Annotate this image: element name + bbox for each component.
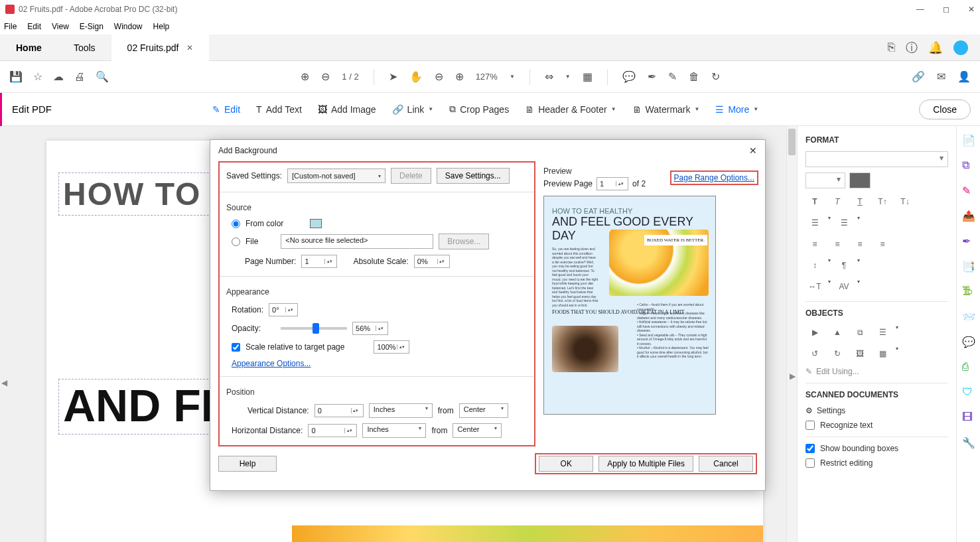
page-current[interactable]: 1 bbox=[342, 72, 346, 82]
superscript-icon[interactable]: T↑ bbox=[873, 194, 892, 210]
prev-page-arrow[interactable]: ◀ bbox=[1, 378, 7, 387]
close-tab-icon[interactable]: ✕ bbox=[186, 43, 193, 52]
video-icon[interactable]: 🎞 bbox=[962, 411, 975, 425]
zoom-out-icon[interactable]: ⊖ bbox=[435, 70, 443, 83]
delete-button[interactable]: Delete bbox=[391, 168, 431, 184]
opacity-slider[interactable] bbox=[281, 327, 347, 330]
close-window-button[interactable]: ✕ bbox=[968, 5, 975, 14]
save-icon[interactable]: 💾 bbox=[9, 70, 23, 83]
comment-icon[interactable]: 💬 bbox=[622, 70, 636, 83]
flip-v-icon[interactable]: ▲ bbox=[828, 324, 847, 340]
italic-icon[interactable]: T bbox=[828, 194, 847, 210]
arrange-icon[interactable]: ☰ bbox=[873, 324, 892, 340]
char-spacing-icon[interactable]: AV bbox=[835, 279, 853, 295]
scale-relative-checkbox[interactable] bbox=[232, 343, 240, 352]
maximize-button[interactable]: ◻ bbox=[943, 5, 949, 14]
underline-icon[interactable]: T bbox=[851, 194, 869, 210]
print-icon[interactable]: 🖨 bbox=[74, 71, 85, 83]
hand-icon[interactable]: ✋ bbox=[409, 70, 423, 83]
paragraph-spacing-icon[interactable]: ¶ bbox=[835, 257, 853, 273]
pointer-icon[interactable]: ➤ bbox=[389, 70, 397, 83]
rotation-field[interactable]: 0°▴▾ bbox=[269, 303, 298, 316]
vertical-distance-field[interactable]: 0▴▾ bbox=[315, 404, 364, 417]
vertical-scrollbar[interactable]: ▴ bbox=[786, 126, 797, 542]
rotate-cw-icon[interactable]: ↻ bbox=[828, 346, 847, 362]
appearance-options-link[interactable]: Appearance Options... bbox=[232, 359, 311, 368]
absolute-scale-field[interactable]: 0%▴▾ bbox=[414, 255, 450, 268]
ok-button[interactable]: OK bbox=[539, 456, 593, 472]
menu-view[interactable]: View bbox=[52, 22, 69, 31]
save-settings-button[interactable]: Save Settings... bbox=[437, 168, 510, 184]
align-justify-icon[interactable]: ≡ bbox=[873, 236, 892, 252]
vfrom-select[interactable]: Center▾ bbox=[459, 403, 508, 418]
edit-pdf-icon[interactable]: ✎ bbox=[962, 184, 975, 198]
fit-width-icon[interactable]: ⇔ bbox=[545, 70, 553, 83]
tab-home[interactable]: Home bbox=[0, 34, 58, 61]
rotate-ccw-icon[interactable]: ↺ bbox=[805, 346, 824, 362]
from-color-radio[interactable] bbox=[232, 220, 240, 228]
avatar[interactable] bbox=[953, 40, 968, 55]
add-text-tool[interactable]: T Add Text bbox=[256, 104, 302, 115]
vunit-select[interactable]: Inches▾ bbox=[369, 403, 433, 418]
export-icon[interactable]: 📤 bbox=[962, 210, 975, 223]
search-icon[interactable]: 🔍 bbox=[96, 70, 109, 83]
edit-tool[interactable]: ✎ Edit bbox=[212, 104, 240, 115]
protect-icon[interactable]: 🛡 bbox=[962, 386, 975, 399]
page-range-options-link[interactable]: Page Range Options... bbox=[674, 173, 754, 182]
bold-icon[interactable]: T bbox=[805, 194, 824, 210]
hunit-select[interactable]: Inches▾ bbox=[362, 423, 426, 438]
star-icon[interactable]: ☆ bbox=[33, 70, 42, 83]
align-center-icon[interactable]: ≡ bbox=[828, 236, 847, 252]
scale-relative-field[interactable]: 100%▴▾ bbox=[374, 340, 409, 354]
sign-icon[interactable]: ✎ bbox=[668, 70, 677, 83]
background-color-swatch[interactable] bbox=[310, 219, 322, 228]
flip-h-icon[interactable]: ▶ bbox=[805, 324, 824, 340]
menu-window[interactable]: Window bbox=[114, 22, 143, 31]
crop-tool[interactable]: ⧉ Crop Pages bbox=[449, 103, 509, 115]
tab-document[interactable]: 02 Fruits.pdf✕ bbox=[111, 34, 210, 61]
header-footer-tool[interactable]: 🗎 Header & Footer ▼ bbox=[525, 104, 616, 115]
rotate-icon[interactable]: ↻ bbox=[711, 70, 720, 83]
compress-icon[interactable]: 🗜 bbox=[962, 285, 975, 299]
edit-using-label[interactable]: Edit Using... bbox=[816, 367, 859, 376]
delete-icon[interactable]: 🗑 bbox=[689, 71, 699, 83]
zoom-in-icon[interactable]: ⊕ bbox=[455, 70, 464, 83]
horizontal-scale-icon[interactable]: ↔T bbox=[805, 279, 824, 295]
send-comments-icon[interactable]: 📨 bbox=[962, 310, 975, 324]
sign-rail-icon[interactable]: ✒ bbox=[962, 235, 975, 248]
page-display-icon[interactable]: ▦ bbox=[583, 70, 593, 83]
horizontal-distance-field[interactable]: 0▴▾ bbox=[308, 424, 357, 437]
subscript-icon[interactable]: T↓ bbox=[896, 194, 914, 210]
help-button[interactable]: Help bbox=[218, 456, 277, 472]
minimize-button[interactable]: — bbox=[916, 5, 924, 14]
create-pdf-icon[interactable]: 📄 bbox=[962, 134, 975, 147]
zoom-value[interactable]: 127% bbox=[476, 72, 498, 82]
page-down-icon[interactable]: ⊖ bbox=[321, 70, 330, 83]
hfrom-select[interactable]: Center▾ bbox=[453, 423, 502, 438]
share-icon[interactable]: ⎘ bbox=[888, 40, 895, 54]
people-icon[interactable]: 👤 bbox=[957, 70, 971, 83]
align-left-icon[interactable]: ≡ bbox=[805, 236, 824, 252]
crop-obj-icon[interactable]: ⧉ bbox=[851, 324, 869, 340]
help-icon[interactable]: ⓘ bbox=[906, 40, 918, 56]
align-right-icon[interactable]: ≡ bbox=[851, 236, 869, 252]
cloud-icon[interactable]: ☁ bbox=[53, 70, 64, 83]
comment-rail-icon[interactable]: 💬 bbox=[962, 336, 975, 349]
link-tool[interactable]: 🔗 Link ▼ bbox=[392, 104, 434, 115]
scrollbar-thumb[interactable] bbox=[788, 129, 796, 155]
preview-page-field[interactable]: 1▴▾ bbox=[596, 177, 628, 190]
list-bullet-icon[interactable]: ☰ bbox=[805, 215, 824, 231]
apply-multiple-button[interactable]: Apply to Multiple Files bbox=[598, 456, 693, 472]
dialog-close-icon[interactable]: ✕ bbox=[749, 145, 757, 156]
add-image-tool[interactable]: 🖼 Add Image bbox=[318, 104, 376, 115]
email-icon[interactable]: ✉ bbox=[937, 70, 945, 83]
align-obj-icon[interactable]: ▦ bbox=[873, 346, 892, 362]
close-editbar-button[interactable]: Close bbox=[919, 100, 971, 119]
more-tool[interactable]: ☰ More ▼ bbox=[715, 104, 758, 115]
restrict-editing-checkbox[interactable] bbox=[805, 458, 815, 468]
menu-edit[interactable]: Edit bbox=[27, 22, 41, 31]
list-number-icon[interactable]: ☰ bbox=[835, 215, 853, 231]
recognize-text-checkbox[interactable] bbox=[805, 421, 815, 430]
organize-icon[interactable]: 📑 bbox=[962, 260, 975, 273]
zoom-dropdown[interactable]: ▼ bbox=[510, 74, 515, 80]
